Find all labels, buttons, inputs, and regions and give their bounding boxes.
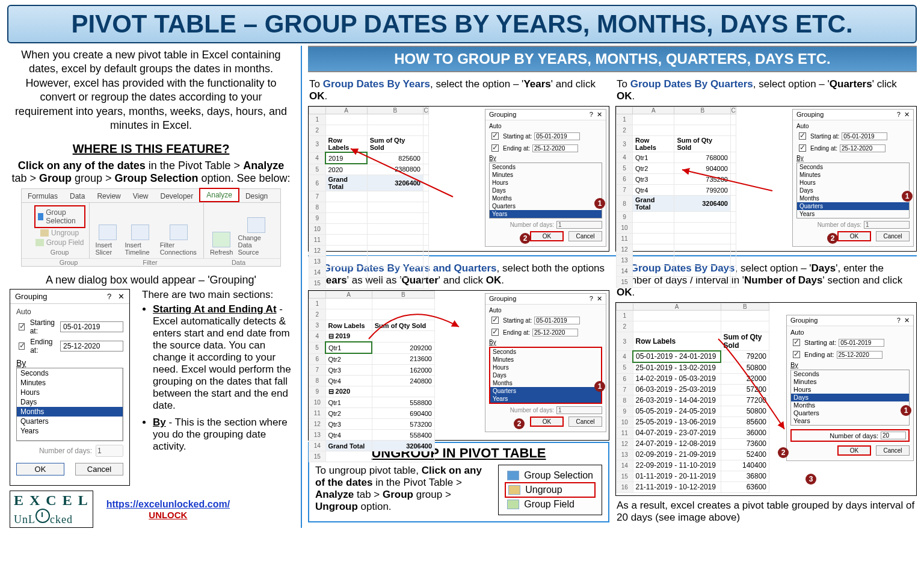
group-field-icon xyxy=(35,239,44,246)
quarters-grouping-dialog: Grouping? ✕ Auto Starting at: Ending at:… xyxy=(792,109,914,247)
end-checkbox[interactable] xyxy=(19,342,25,350)
unlock-text: UNLOCK xyxy=(106,510,230,520)
by-label: By xyxy=(16,358,26,368)
connections-icon xyxy=(170,225,188,240)
start-label: Starting at: xyxy=(30,318,57,335)
step-marker-2: 2 xyxy=(778,447,789,458)
years-grouping-dialog: Grouping? ✕ Auto Starting at: Ending at:… xyxy=(485,109,606,247)
tab-data: Data xyxy=(64,190,91,202)
right-header: HOW TO GROUP BY YEARS, MONTHS, QUARTERS,… xyxy=(308,46,917,72)
quarters-instruction: To Group Dates By Quarters, select optio… xyxy=(615,76,917,106)
group-selection-item: Group Selection xyxy=(524,470,593,481)
group-field: Group Field xyxy=(46,238,84,247)
cancel-button[interactable]: Cancel xyxy=(75,463,123,476)
ungroup-text: To ungroup pivot table, Click on any of … xyxy=(315,465,492,513)
logo: E X C E L UnLcked xyxy=(10,491,93,528)
step-marker-1: 1 xyxy=(594,198,605,209)
yq-grouping-dialog: Grouping? ✕ Auto Starting at: Ending at:… xyxy=(485,293,606,432)
ungroup-icon xyxy=(40,229,49,237)
tab-review: Review xyxy=(91,190,126,202)
numdays-input-20 xyxy=(881,432,906,439)
start-checkbox[interactable] xyxy=(19,323,25,330)
auto-label: Auto xyxy=(16,308,123,316)
intro-text: When you create a new pivot table in Exc… xyxy=(10,46,292,138)
tab-developer: Developer xyxy=(155,190,200,202)
where-instruction: Click on any of the dates in the Pivot T… xyxy=(10,160,292,188)
tab-formulas: Formulas xyxy=(22,190,64,202)
step-marker-1: 1 xyxy=(901,405,911,416)
ok-button[interactable]: OK xyxy=(16,463,64,476)
days-grouping-dialog: Grouping? ✕ Auto Starting at: Ending at:… xyxy=(786,315,914,461)
dialog-caption: A new dialog box would appear – 'Groupin… xyxy=(10,270,292,289)
sections-description: There are two main sections: Starting At… xyxy=(136,289,292,486)
step-marker-1: 1 xyxy=(902,191,913,202)
days-screenshot: AB 1 2 3Row LabelsSum of Qty Sold 405-01… xyxy=(615,302,917,496)
arrow-right-icon xyxy=(38,213,44,220)
quarters-sheet: ABC 1 2 3Row LabelsSum of Qty Sold 4Qtr1… xyxy=(616,107,736,288)
years-instruction: To Group Dates By Years, select the opti… xyxy=(308,76,609,106)
days-sheet: AB 1 2 3Row LabelsSum of Qty Sold 405-01… xyxy=(616,303,769,493)
yq-sheet: AB 1 2 3Row LabelsSum of Qty Sold 4⊟ 201… xyxy=(309,291,435,462)
dialog-title: Grouping xyxy=(15,292,47,301)
quarters-screenshot: ABC 1 2 3Row LabelsSum of Qty Sold 4Qtr1… xyxy=(615,106,917,252)
ungroup-panel: Group Selection Ungroup Group Field xyxy=(498,465,602,515)
timeline-icon xyxy=(131,225,149,240)
step-marker-2: 2 xyxy=(520,233,531,244)
start-input[interactable] xyxy=(60,321,123,332)
tab-view: View xyxy=(127,190,155,202)
end-label: Ending at: xyxy=(30,338,57,355)
tab-analyze: Analyze xyxy=(199,188,239,202)
dialog-controls: ? ✕ xyxy=(107,292,125,301)
slicer-icon xyxy=(99,225,117,240)
step-marker-3: 3 xyxy=(805,474,816,485)
tab-design: Design xyxy=(239,190,274,202)
ungroup-item: Ungroup xyxy=(51,229,79,237)
website-link[interactable]: https://excelunlocked.com/ xyxy=(106,499,230,509)
arrow-right-icon xyxy=(507,471,519,480)
years-sheet: ABC 1 2 3Row LabelsSum of Qty Sold 42019… xyxy=(309,107,429,289)
step-marker-2: 2 xyxy=(827,233,838,244)
ungroup-item: Ungroup xyxy=(525,485,562,495)
where-heading: WHERE IS THIS FEATURE? xyxy=(10,142,292,156)
ungroup-icon xyxy=(508,485,520,495)
end-input[interactable] xyxy=(60,341,123,352)
group-field-item: Group Field xyxy=(524,499,574,510)
group-field-icon xyxy=(507,500,519,509)
by-list[interactable]: Seconds Minutes Hours Days Months Quarte… xyxy=(16,368,123,441)
years-screenshot: ABC 1 2 3Row LabelsSum of Qty Sold 42019… xyxy=(308,106,609,252)
change-source-icon xyxy=(247,217,265,233)
ribbon-screenshot: Formulas Data Review View Developer Anal… xyxy=(21,188,281,267)
numdays-label: Number of days: xyxy=(830,432,878,439)
days-result: As a result, excel creates a pivot table… xyxy=(615,496,917,527)
group-selection: Group Selection xyxy=(46,208,81,225)
numdays-label: Number of days: xyxy=(39,447,92,455)
step-marker-1: 1 xyxy=(594,381,605,392)
yq-screenshot: AB 1 2 3Row LabelsSum of Qty Sold 4⊟ 201… xyxy=(308,290,609,441)
group-label: Group xyxy=(51,249,69,256)
grouping-dialog: Grouping ? ✕ Auto Starting at: Ending at… xyxy=(10,289,130,486)
lock-icon xyxy=(35,509,50,523)
refresh-icon xyxy=(212,232,230,247)
main-title: PIVOT TABLE – GROUP DATES BY YEARS, MONT… xyxy=(7,5,917,43)
numdays-input xyxy=(96,445,123,457)
step-marker-2: 2 xyxy=(514,418,525,429)
